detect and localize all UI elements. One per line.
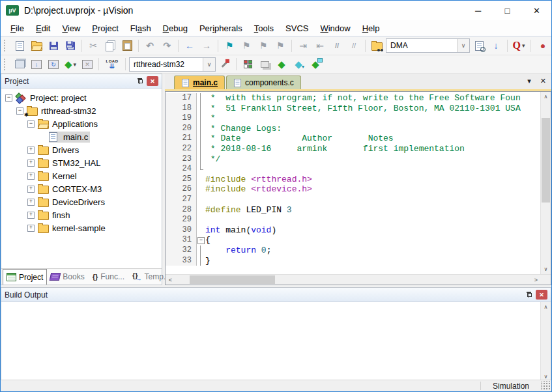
scroll-track[interactable] xyxy=(541,102,551,264)
fold-margin[interactable] xyxy=(197,175,205,185)
panel-tab-books[interactable]: Books xyxy=(47,271,87,283)
target-select-combo[interactable]: rtthread-stm32 ∨ xyxy=(129,57,216,72)
target-combo-dropdown[interactable]: ∨ xyxy=(203,58,215,71)
expander-plus-icon[interactable]: + xyxy=(27,212,35,219)
tree-item-project-project[interactable]: −Project: project xyxy=(1,91,162,104)
fold-margin[interactable] xyxy=(197,195,205,205)
batch-build-caret-icon[interactable]: ▾ xyxy=(74,61,77,68)
uncomment-selection-button[interactable]: // xyxy=(346,38,362,53)
minimize-button[interactable]: ─ xyxy=(463,1,493,20)
clear-bookmarks-button[interactable]: ⚑ xyxy=(272,38,288,53)
scroll-up-icon[interactable]: ∧ xyxy=(541,92,551,102)
build-output-close-button[interactable]: ✕ xyxy=(536,290,547,300)
tree-item-drivers[interactable]: +Drivers xyxy=(1,143,162,156)
menu-file[interactable]: File xyxy=(5,21,30,35)
new-file-button[interactable] xyxy=(12,38,27,53)
fold-margin[interactable] xyxy=(197,164,205,175)
fold-margin[interactable] xyxy=(197,124,205,134)
comment-selection-button[interactable]: // xyxy=(329,38,345,53)
batch-build-button[interactable]: ◆▾ xyxy=(63,57,78,72)
target-select-value[interactable]: rtthread-stm32 xyxy=(130,60,203,69)
toolbar-grip[interactable] xyxy=(4,40,8,51)
menu-help[interactable]: Help xyxy=(356,21,386,35)
menu-flash[interactable]: Flash xyxy=(124,21,157,35)
build-output-scrollbar[interactable]: ∧ ∨ xyxy=(540,302,551,382)
options-for-target-button[interactable] xyxy=(217,57,233,72)
build-output-text[interactable] xyxy=(1,302,540,382)
start-stop-debug-button[interactable]: Q▾ xyxy=(511,38,527,53)
incremental-find-button[interactable]: ↓ xyxy=(488,38,504,53)
fold-margin[interactable] xyxy=(197,184,205,195)
menu-project[interactable]: Project xyxy=(86,21,124,35)
undo-button[interactable]: ↶ xyxy=(142,38,158,53)
expander-plus-icon[interactable]: + xyxy=(27,225,35,232)
rebuild-button[interactable]: ↻ xyxy=(46,57,61,72)
manage-rte-button[interactable]: ◆ xyxy=(274,57,289,72)
scroll-thumb[interactable] xyxy=(542,118,550,203)
navigate-back-button[interactable]: ← xyxy=(182,38,197,53)
translate-file-button[interactable] xyxy=(12,57,27,72)
scroll-track[interactable] xyxy=(541,312,551,372)
fold-margin[interactable] xyxy=(197,154,205,165)
expander-plus-icon[interactable]: + xyxy=(27,199,35,206)
fold-margin[interactable] xyxy=(197,113,205,124)
indent-button[interactable]: ⇥ xyxy=(295,38,311,53)
fold-collapse-icon[interactable]: − xyxy=(197,237,205,244)
resize-grip[interactable] xyxy=(542,381,551,391)
menu-svcs[interactable]: SVCS xyxy=(280,21,314,35)
find-text-value[interactable]: DMA xyxy=(386,41,457,50)
editor-horizontal-scrollbar[interactable]: < > xyxy=(166,274,551,285)
prev-bookmark-button[interactable]: ⚑ xyxy=(255,38,271,53)
menu-edit[interactable]: Edit xyxy=(30,21,56,35)
copy-button[interactable] xyxy=(102,38,118,53)
panel-tab-project[interactable]: Project xyxy=(3,269,47,285)
next-bookmark-button[interactable]: ⚑ xyxy=(239,38,254,53)
expander-minus-icon[interactable]: − xyxy=(16,107,23,115)
project-close-button[interactable]: ✕ xyxy=(147,76,158,86)
pack-installer-button[interactable]: ◆ xyxy=(308,57,323,72)
stop-build-button[interactable]: ✕ xyxy=(80,57,95,72)
editor-vertical-scrollbar[interactable]: ∧ ∨ xyxy=(540,92,551,274)
outdent-button[interactable]: ⇤ xyxy=(312,38,328,53)
scroll-thumb[interactable] xyxy=(190,275,275,284)
download-button[interactable]: LOAD ⇊ xyxy=(102,57,122,72)
menu-tools[interactable]: Tools xyxy=(248,21,280,35)
tree-item-main-c[interactable]: main.c xyxy=(1,130,162,143)
expander-plus-icon[interactable]: + xyxy=(27,173,35,180)
cut-button[interactable]: ✂ xyxy=(85,38,101,53)
panel-tab-func[interactable]: {}Func... xyxy=(89,271,128,283)
manage-project-items-button[interactable] xyxy=(240,57,255,72)
maximize-button[interactable]: □ xyxy=(493,1,522,20)
redo-button[interactable]: ↷ xyxy=(159,38,175,53)
code-text-area[interactable]: 17 * with this program; if not, write to… xyxy=(166,92,540,274)
expander-plus-icon[interactable]: + xyxy=(27,186,35,193)
find-in-document-button[interactable] xyxy=(471,38,487,53)
fold-margin[interactable]: − xyxy=(197,235,205,245)
editor-tab-components-c[interactable]: components.c xyxy=(226,76,301,89)
expander-plus-icon[interactable]: + xyxy=(27,147,35,154)
fold-margin[interactable] xyxy=(197,133,205,144)
fold-margin[interactable] xyxy=(197,245,205,256)
tree-item-stm32-hal[interactable]: +STM32_HAL xyxy=(1,156,162,169)
tree-item-rtthread-stm32[interactable]: −✱rtthread-stm32 xyxy=(1,104,162,117)
menu-window[interactable]: Window xyxy=(314,21,356,35)
menu-view[interactable]: View xyxy=(56,21,86,35)
scroll-down-icon[interactable]: ∨ xyxy=(541,264,551,274)
fold-margin[interactable] xyxy=(197,104,205,114)
toggle-bookmark-button[interactable]: ⚑ xyxy=(222,38,237,53)
select-software-packs-button[interactable]: ◆▾ xyxy=(291,57,306,72)
find-combo-dropdown[interactable]: ∨ xyxy=(457,39,469,52)
fold-margin[interactable] xyxy=(197,256,205,266)
project-pin-button[interactable] xyxy=(134,76,145,86)
expander-minus-icon[interactable]: − xyxy=(5,94,12,102)
paste-button[interactable] xyxy=(119,38,135,53)
scroll-right-icon[interactable]: > xyxy=(531,275,541,285)
tree-item-finsh[interactable]: +finsh xyxy=(1,208,162,221)
tab-close-icon[interactable]: ✕ xyxy=(540,77,546,85)
insert-breakpoint-button[interactable]: ● xyxy=(535,38,551,53)
project-tree[interactable]: −Project: project−✱rtthread-stm32−Applic… xyxy=(1,89,162,268)
fold-margin[interactable] xyxy=(197,215,205,225)
save-all-button[interactable] xyxy=(63,38,78,53)
find-in-files-button[interactable] xyxy=(369,38,385,53)
menu-peripherals[interactable]: Peripherals xyxy=(194,21,248,35)
